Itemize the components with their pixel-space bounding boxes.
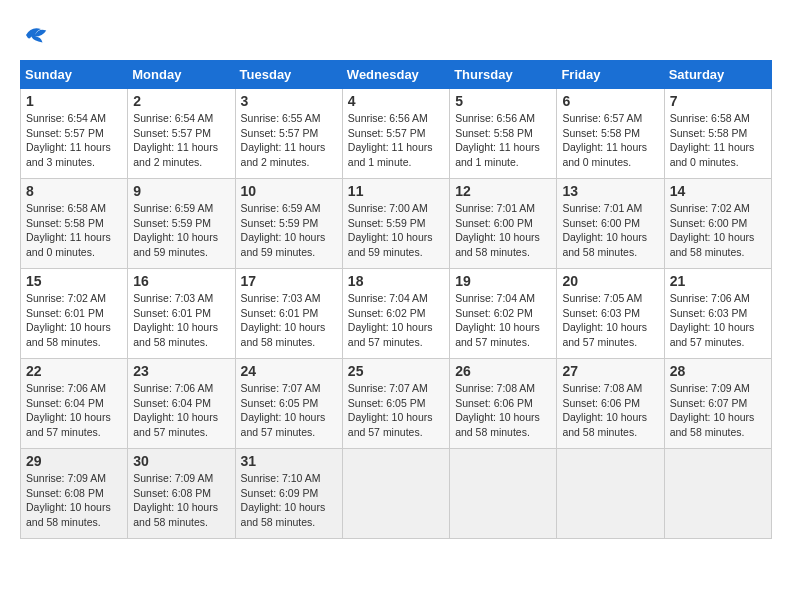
header-day: Friday [557, 61, 664, 89]
calendar-week-row: 29Sunrise: 7:09 AMSunset: 6:08 PMDayligh… [21, 449, 772, 539]
day-number: 13 [562, 183, 658, 199]
calendar-day-cell: 6Sunrise: 6:57 AMSunset: 5:58 PMDaylight… [557, 89, 664, 179]
calendar-day-cell: 3Sunrise: 6:55 AMSunset: 5:57 PMDaylight… [235, 89, 342, 179]
day-number: 6 [562, 93, 658, 109]
calendar-day-cell: 12Sunrise: 7:01 AMSunset: 6:00 PMDayligh… [450, 179, 557, 269]
calendar-day-cell: 22Sunrise: 7:06 AMSunset: 6:04 PMDayligh… [21, 359, 128, 449]
day-info: Sunrise: 7:06 AMSunset: 6:04 PMDaylight:… [133, 381, 229, 440]
calendar-day-cell: 20Sunrise: 7:05 AMSunset: 6:03 PMDayligh… [557, 269, 664, 359]
day-info: Sunrise: 7:10 AMSunset: 6:09 PMDaylight:… [241, 471, 337, 530]
calendar-day-cell: 27Sunrise: 7:08 AMSunset: 6:06 PMDayligh… [557, 359, 664, 449]
day-info: Sunrise: 7:06 AMSunset: 6:04 PMDaylight:… [26, 381, 122, 440]
calendar-day-cell: 4Sunrise: 6:56 AMSunset: 5:57 PMDaylight… [342, 89, 449, 179]
day-info: Sunrise: 7:02 AMSunset: 6:00 PMDaylight:… [670, 201, 766, 260]
calendar-day-cell: 21Sunrise: 7:06 AMSunset: 6:03 PMDayligh… [664, 269, 771, 359]
day-info: Sunrise: 7:03 AMSunset: 6:01 PMDaylight:… [133, 291, 229, 350]
header-row: SundayMondayTuesdayWednesdayThursdayFrid… [21, 61, 772, 89]
logo [20, 20, 54, 50]
day-info: Sunrise: 7:07 AMSunset: 6:05 PMDaylight:… [348, 381, 444, 440]
day-number: 28 [670, 363, 766, 379]
calendar-day-cell: 15Sunrise: 7:02 AMSunset: 6:01 PMDayligh… [21, 269, 128, 359]
day-number: 22 [26, 363, 122, 379]
calendar-day-cell: 18Sunrise: 7:04 AMSunset: 6:02 PMDayligh… [342, 269, 449, 359]
calendar-day-cell: 17Sunrise: 7:03 AMSunset: 6:01 PMDayligh… [235, 269, 342, 359]
day-info: Sunrise: 7:08 AMSunset: 6:06 PMDaylight:… [562, 381, 658, 440]
header-day: Tuesday [235, 61, 342, 89]
calendar-body: 1Sunrise: 6:54 AMSunset: 5:57 PMDaylight… [21, 89, 772, 539]
day-info: Sunrise: 7:04 AMSunset: 6:02 PMDaylight:… [348, 291, 444, 350]
day-info: Sunrise: 7:08 AMSunset: 6:06 PMDaylight:… [455, 381, 551, 440]
calendar-day-cell: 1Sunrise: 6:54 AMSunset: 5:57 PMDaylight… [21, 89, 128, 179]
day-number: 23 [133, 363, 229, 379]
day-info: Sunrise: 6:55 AMSunset: 5:57 PMDaylight:… [241, 111, 337, 170]
day-info: Sunrise: 6:59 AMSunset: 5:59 PMDaylight:… [241, 201, 337, 260]
day-number: 25 [348, 363, 444, 379]
day-number: 27 [562, 363, 658, 379]
calendar-week-row: 8Sunrise: 6:58 AMSunset: 5:58 PMDaylight… [21, 179, 772, 269]
calendar-day-cell: 19Sunrise: 7:04 AMSunset: 6:02 PMDayligh… [450, 269, 557, 359]
calendar-table: SundayMondayTuesdayWednesdayThursdayFrid… [20, 60, 772, 539]
calendar-day-cell [557, 449, 664, 539]
day-number: 14 [670, 183, 766, 199]
day-number: 31 [241, 453, 337, 469]
day-info: Sunrise: 6:56 AMSunset: 5:57 PMDaylight:… [348, 111, 444, 170]
day-number: 19 [455, 273, 551, 289]
day-info: Sunrise: 7:09 AMSunset: 6:07 PMDaylight:… [670, 381, 766, 440]
day-number: 30 [133, 453, 229, 469]
day-info: Sunrise: 7:07 AMSunset: 6:05 PMDaylight:… [241, 381, 337, 440]
calendar-day-cell: 13Sunrise: 7:01 AMSunset: 6:00 PMDayligh… [557, 179, 664, 269]
header-day: Saturday [664, 61, 771, 89]
header-day: Thursday [450, 61, 557, 89]
day-number: 5 [455, 93, 551, 109]
calendar-week-row: 15Sunrise: 7:02 AMSunset: 6:01 PMDayligh… [21, 269, 772, 359]
calendar-day-cell: 26Sunrise: 7:08 AMSunset: 6:06 PMDayligh… [450, 359, 557, 449]
calendar-day-cell [450, 449, 557, 539]
day-info: Sunrise: 6:56 AMSunset: 5:58 PMDaylight:… [455, 111, 551, 170]
calendar-day-cell: 9Sunrise: 6:59 AMSunset: 5:59 PMDaylight… [128, 179, 235, 269]
day-info: Sunrise: 7:03 AMSunset: 6:01 PMDaylight:… [241, 291, 337, 350]
calendar-day-cell: 14Sunrise: 7:02 AMSunset: 6:00 PMDayligh… [664, 179, 771, 269]
day-info: Sunrise: 7:06 AMSunset: 6:03 PMDaylight:… [670, 291, 766, 350]
day-info: Sunrise: 7:00 AMSunset: 5:59 PMDaylight:… [348, 201, 444, 260]
calendar-day-cell: 25Sunrise: 7:07 AMSunset: 6:05 PMDayligh… [342, 359, 449, 449]
day-number: 15 [26, 273, 122, 289]
day-info: Sunrise: 7:05 AMSunset: 6:03 PMDaylight:… [562, 291, 658, 350]
logo-icon [20, 20, 50, 50]
day-info: Sunrise: 7:02 AMSunset: 6:01 PMDaylight:… [26, 291, 122, 350]
calendar-day-cell [342, 449, 449, 539]
header-day: Monday [128, 61, 235, 89]
day-number: 24 [241, 363, 337, 379]
header-day: Sunday [21, 61, 128, 89]
calendar-day-cell: 23Sunrise: 7:06 AMSunset: 6:04 PMDayligh… [128, 359, 235, 449]
day-number: 2 [133, 93, 229, 109]
day-info: Sunrise: 7:09 AMSunset: 6:08 PMDaylight:… [133, 471, 229, 530]
day-number: 1 [26, 93, 122, 109]
day-number: 29 [26, 453, 122, 469]
calendar-header: SundayMondayTuesdayWednesdayThursdayFrid… [21, 61, 772, 89]
day-info: Sunrise: 6:54 AMSunset: 5:57 PMDaylight:… [133, 111, 229, 170]
day-number: 7 [670, 93, 766, 109]
day-number: 10 [241, 183, 337, 199]
calendar-day-cell: 30Sunrise: 7:09 AMSunset: 6:08 PMDayligh… [128, 449, 235, 539]
calendar-day-cell: 29Sunrise: 7:09 AMSunset: 6:08 PMDayligh… [21, 449, 128, 539]
calendar-day-cell: 5Sunrise: 6:56 AMSunset: 5:58 PMDaylight… [450, 89, 557, 179]
header-day: Wednesday [342, 61, 449, 89]
calendar-day-cell: 10Sunrise: 6:59 AMSunset: 5:59 PMDayligh… [235, 179, 342, 269]
day-info: Sunrise: 6:59 AMSunset: 5:59 PMDaylight:… [133, 201, 229, 260]
day-number: 9 [133, 183, 229, 199]
calendar-day-cell: 11Sunrise: 7:00 AMSunset: 5:59 PMDayligh… [342, 179, 449, 269]
calendar-day-cell: 24Sunrise: 7:07 AMSunset: 6:05 PMDayligh… [235, 359, 342, 449]
page-header [20, 20, 772, 50]
day-info: Sunrise: 6:58 AMSunset: 5:58 PMDaylight:… [26, 201, 122, 260]
day-info: Sunrise: 7:04 AMSunset: 6:02 PMDaylight:… [455, 291, 551, 350]
calendar-week-row: 1Sunrise: 6:54 AMSunset: 5:57 PMDaylight… [21, 89, 772, 179]
day-info: Sunrise: 7:01 AMSunset: 6:00 PMDaylight:… [455, 201, 551, 260]
day-number: 11 [348, 183, 444, 199]
day-number: 26 [455, 363, 551, 379]
day-info: Sunrise: 6:57 AMSunset: 5:58 PMDaylight:… [562, 111, 658, 170]
day-info: Sunrise: 7:09 AMSunset: 6:08 PMDaylight:… [26, 471, 122, 530]
day-info: Sunrise: 6:54 AMSunset: 5:57 PMDaylight:… [26, 111, 122, 170]
day-number: 8 [26, 183, 122, 199]
calendar-day-cell: 8Sunrise: 6:58 AMSunset: 5:58 PMDaylight… [21, 179, 128, 269]
calendar-day-cell [664, 449, 771, 539]
